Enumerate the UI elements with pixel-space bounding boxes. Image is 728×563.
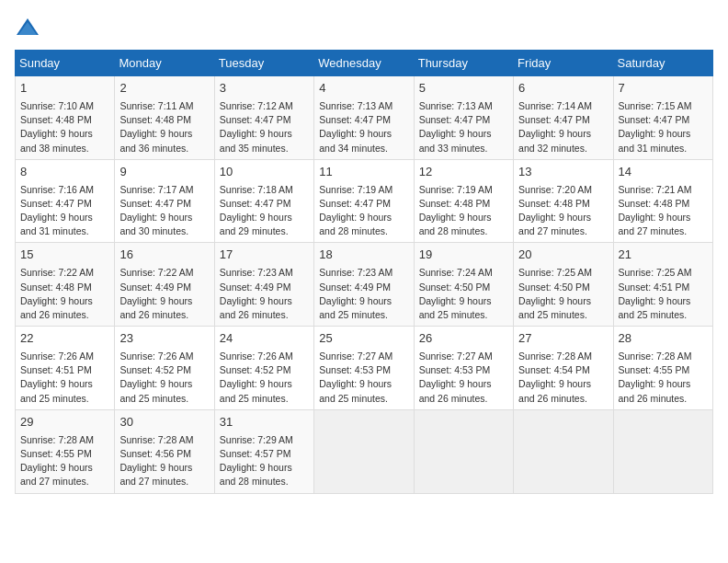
calendar-cell: 8 Sunrise: 7:16 AM Sunset: 4:47 PM Dayli… bbox=[16, 159, 115, 243]
day-number: 26 bbox=[419, 330, 508, 348]
calendar-cell bbox=[314, 409, 414, 493]
calendar-cell: 15 Sunrise: 7:22 AM Sunset: 4:48 PM Dayl… bbox=[16, 243, 115, 327]
day-info: Sunrise: 7:21 AM Sunset: 4:48 PM Dayligh… bbox=[619, 183, 708, 239]
day-info: Sunrise: 7:25 AM Sunset: 4:51 PM Dayligh… bbox=[619, 266, 708, 322]
day-info: Sunrise: 7:28 AM Sunset: 4:54 PM Dayligh… bbox=[518, 350, 608, 406]
calendar-cell: 19 Sunrise: 7:24 AM Sunset: 4:50 PM Dayl… bbox=[414, 243, 513, 327]
calendar-cell: 3 Sunrise: 7:12 AM Sunset: 4:47 PM Dayli… bbox=[214, 76, 313, 160]
day-info: Sunrise: 7:19 AM Sunset: 4:47 PM Dayligh… bbox=[319, 183, 408, 239]
day-number: 23 bbox=[119, 330, 209, 348]
calendar-cell: 16 Sunrise: 7:22 AM Sunset: 4:49 PM Dayl… bbox=[115, 243, 214, 327]
day-number: 3 bbox=[220, 80, 309, 98]
day-number: 20 bbox=[518, 247, 608, 264]
day-number: 5 bbox=[419, 80, 508, 98]
calendar-cell: 13 Sunrise: 7:20 AM Sunset: 4:48 PM Dayl… bbox=[514, 159, 613, 243]
header-wednesday: Wednesday bbox=[314, 51, 414, 76]
page-header bbox=[15, 15, 713, 40]
calendar-cell: 24 Sunrise: 7:26 AM Sunset: 4:52 PM Dayl… bbox=[214, 327, 313, 410]
day-info: Sunrise: 7:10 AM Sunset: 4:48 PM Dayligh… bbox=[20, 99, 109, 155]
day-info: Sunrise: 7:24 AM Sunset: 4:50 PM Dayligh… bbox=[419, 266, 508, 322]
day-number: 14 bbox=[619, 164, 708, 181]
calendar-week-3: 15 Sunrise: 7:22 AM Sunset: 4:48 PM Dayl… bbox=[16, 243, 713, 327]
calendar-cell: 18 Sunrise: 7:23 AM Sunset: 4:49 PM Dayl… bbox=[314, 243, 414, 327]
logo-icon bbox=[15, 15, 40, 40]
day-info: Sunrise: 7:25 AM Sunset: 4:50 PM Dayligh… bbox=[518, 266, 608, 322]
day-info: Sunrise: 7:23 AM Sunset: 4:49 PM Dayligh… bbox=[220, 266, 309, 322]
day-number: 30 bbox=[119, 414, 209, 431]
calendar-cell: 11 Sunrise: 7:19 AM Sunset: 4:47 PM Dayl… bbox=[314, 159, 414, 243]
day-number: 13 bbox=[518, 164, 608, 181]
calendar-cell: 17 Sunrise: 7:23 AM Sunset: 4:49 PM Dayl… bbox=[214, 243, 313, 327]
calendar-cell: 4 Sunrise: 7:13 AM Sunset: 4:47 PM Dayli… bbox=[314, 76, 414, 160]
day-number: 25 bbox=[319, 330, 408, 348]
calendar-cell: 10 Sunrise: 7:18 AM Sunset: 4:47 PM Dayl… bbox=[214, 159, 313, 243]
calendar-cell: 29 Sunrise: 7:28 AM Sunset: 4:55 PM Dayl… bbox=[16, 409, 115, 493]
calendar-cell: 2 Sunrise: 7:11 AM Sunset: 4:48 PM Dayli… bbox=[115, 76, 214, 160]
day-info: Sunrise: 7:27 AM Sunset: 4:53 PM Dayligh… bbox=[419, 350, 508, 406]
day-number: 17 bbox=[220, 247, 309, 264]
calendar-week-1: 1 Sunrise: 7:10 AM Sunset: 4:48 PM Dayli… bbox=[16, 76, 713, 160]
day-number: 6 bbox=[518, 80, 608, 98]
day-info: Sunrise: 7:29 AM Sunset: 4:57 PM Dayligh… bbox=[220, 433, 309, 489]
day-number: 4 bbox=[319, 80, 408, 98]
day-info: Sunrise: 7:12 AM Sunset: 4:47 PM Dayligh… bbox=[220, 99, 309, 155]
calendar-week-2: 8 Sunrise: 7:16 AM Sunset: 4:47 PM Dayli… bbox=[16, 159, 713, 243]
calendar-cell: 5 Sunrise: 7:13 AM Sunset: 4:47 PM Dayli… bbox=[414, 76, 513, 160]
calendar-cell: 9 Sunrise: 7:17 AM Sunset: 4:47 PM Dayli… bbox=[115, 159, 214, 243]
day-number: 18 bbox=[319, 247, 408, 264]
header-monday: Monday bbox=[115, 51, 214, 76]
calendar-cell: 1 Sunrise: 7:10 AM Sunset: 4:48 PM Dayli… bbox=[16, 76, 115, 160]
calendar-cell: 7 Sunrise: 7:15 AM Sunset: 4:47 PM Dayli… bbox=[613, 76, 712, 160]
day-number: 1 bbox=[20, 80, 109, 98]
calendar-cell: 22 Sunrise: 7:26 AM Sunset: 4:51 PM Dayl… bbox=[16, 327, 115, 410]
day-number: 22 bbox=[20, 330, 109, 348]
header-friday: Friday bbox=[514, 51, 613, 76]
day-number: 16 bbox=[119, 247, 209, 264]
day-info: Sunrise: 7:13 AM Sunset: 4:47 PM Dayligh… bbox=[319, 99, 408, 155]
day-info: Sunrise: 7:23 AM Sunset: 4:49 PM Dayligh… bbox=[319, 266, 408, 322]
calendar-cell: 21 Sunrise: 7:25 AM Sunset: 4:51 PM Dayl… bbox=[613, 243, 712, 327]
calendar-cell: 6 Sunrise: 7:14 AM Sunset: 4:47 PM Dayli… bbox=[514, 76, 613, 160]
day-number: 9 bbox=[119, 164, 209, 181]
day-number: 11 bbox=[319, 164, 408, 181]
day-info: Sunrise: 7:20 AM Sunset: 4:48 PM Dayligh… bbox=[518, 183, 608, 239]
day-number: 15 bbox=[20, 247, 109, 264]
calendar-cell bbox=[414, 409, 513, 493]
day-info: Sunrise: 7:17 AM Sunset: 4:47 PM Dayligh… bbox=[119, 183, 209, 239]
calendar-cell: 27 Sunrise: 7:28 AM Sunset: 4:54 PM Dayl… bbox=[514, 327, 613, 410]
logo bbox=[15, 15, 44, 40]
calendar-cell: 20 Sunrise: 7:25 AM Sunset: 4:50 PM Dayl… bbox=[514, 243, 613, 327]
calendar-cell: 25 Sunrise: 7:27 AM Sunset: 4:53 PM Dayl… bbox=[314, 327, 414, 410]
day-info: Sunrise: 7:27 AM Sunset: 4:53 PM Dayligh… bbox=[319, 350, 408, 406]
calendar-cell: 31 Sunrise: 7:29 AM Sunset: 4:57 PM Dayl… bbox=[214, 409, 313, 493]
day-number: 10 bbox=[220, 164, 309, 181]
calendar-cell: 28 Sunrise: 7:28 AM Sunset: 4:55 PM Dayl… bbox=[613, 327, 712, 410]
day-number: 27 bbox=[518, 330, 608, 348]
calendar-cell: 26 Sunrise: 7:27 AM Sunset: 4:53 PM Dayl… bbox=[414, 327, 513, 410]
header-tuesday: Tuesday bbox=[214, 51, 313, 76]
calendar-cell bbox=[514, 409, 613, 493]
day-info: Sunrise: 7:28 AM Sunset: 4:56 PM Dayligh… bbox=[119, 433, 209, 489]
calendar-table: SundayMondayTuesdayWednesdayThursdayFrid… bbox=[15, 50, 713, 494]
day-info: Sunrise: 7:14 AM Sunset: 4:47 PM Dayligh… bbox=[518, 99, 608, 155]
day-number: 31 bbox=[220, 414, 309, 431]
day-number: 19 bbox=[419, 247, 508, 264]
day-info: Sunrise: 7:11 AM Sunset: 4:48 PM Dayligh… bbox=[119, 99, 209, 155]
calendar-cell: 23 Sunrise: 7:26 AM Sunset: 4:52 PM Dayl… bbox=[115, 327, 214, 410]
day-info: Sunrise: 7:16 AM Sunset: 4:47 PM Dayligh… bbox=[20, 183, 109, 239]
day-number: 8 bbox=[20, 164, 109, 181]
day-number: 24 bbox=[220, 330, 309, 348]
header-saturday: Saturday bbox=[613, 51, 712, 76]
day-number: 7 bbox=[619, 80, 708, 98]
day-number: 28 bbox=[619, 330, 708, 348]
day-info: Sunrise: 7:26 AM Sunset: 4:51 PM Dayligh… bbox=[20, 350, 109, 406]
day-info: Sunrise: 7:19 AM Sunset: 4:48 PM Dayligh… bbox=[419, 183, 508, 239]
calendar-week-5: 29 Sunrise: 7:28 AM Sunset: 4:55 PM Dayl… bbox=[16, 409, 713, 493]
day-info: Sunrise: 7:26 AM Sunset: 4:52 PM Dayligh… bbox=[220, 350, 309, 406]
day-number: 21 bbox=[619, 247, 708, 264]
header-thursday: Thursday bbox=[414, 51, 513, 76]
header-sunday: Sunday bbox=[16, 51, 115, 76]
day-number: 2 bbox=[119, 80, 209, 98]
calendar-cell: 14 Sunrise: 7:21 AM Sunset: 4:48 PM Dayl… bbox=[613, 159, 712, 243]
calendar-header-row: SundayMondayTuesdayWednesdayThursdayFrid… bbox=[16, 51, 713, 76]
